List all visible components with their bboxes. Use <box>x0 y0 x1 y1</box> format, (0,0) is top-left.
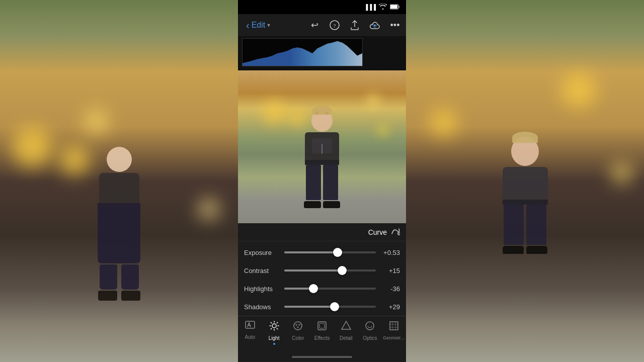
shadows-label: Shadows <box>244 303 280 311</box>
color-icon <box>292 320 303 334</box>
detail-tab-label: Detail <box>340 335 353 341</box>
contrast-row: Contrast +15 <box>244 261 400 280</box>
optics-icon <box>364 320 375 334</box>
light-icon <box>269 320 280 334</box>
center-line <box>322 144 323 154</box>
shadows-track[interactable] <box>284 306 376 308</box>
help-button[interactable]: ? <box>328 18 342 32</box>
shadows-row: Shadows +29 <box>244 298 400 316</box>
color-tab-label: Color <box>292 335 304 341</box>
status-bar: ▐▐▐ <box>238 0 406 14</box>
home-bar <box>292 356 352 358</box>
child-figure-center <box>304 110 340 208</box>
svg-point-16 <box>366 322 374 330</box>
child-figure-left <box>89 147 149 308</box>
svg-point-11 <box>298 324 300 326</box>
back-label: Edit <box>252 21 266 30</box>
tab-optics[interactable]: Optics <box>358 319 382 341</box>
highlights-row: Highlights -36 <box>244 280 400 298</box>
svg-rect-14 <box>319 323 325 328</box>
back-button[interactable]: ‹ Edit ▾ <box>242 20 274 31</box>
battery-icon <box>390 4 400 11</box>
bokeh-right-1 <box>561 72 596 108</box>
svg-rect-1 <box>399 6 400 8</box>
svg-point-12 <box>297 326 299 328</box>
bokeh-light <box>59 145 90 175</box>
child-figure-right <box>490 137 560 308</box>
geometry-icon <box>388 320 399 334</box>
bottom-tabs: Auto Light <box>238 316 406 352</box>
svg-rect-13 <box>318 322 326 330</box>
edit-panel: Curve Exposure +0.53 Contrast <box>238 223 406 362</box>
shadows-thumb[interactable] <box>330 302 339 311</box>
svg-text:?: ? <box>334 23 336 29</box>
bokeh-preview-4 <box>377 124 389 136</box>
contrast-fill <box>284 269 342 272</box>
exposure-label: Exposure <box>244 249 280 256</box>
auto-icon <box>245 320 256 333</box>
phone-container: ▐▐▐ ‹ Edit ▾ ↩ ? <box>238 0 406 362</box>
effects-icon <box>316 320 328 334</box>
back-arrow-icon: ‹ <box>246 20 250 31</box>
toolbar-icons: ↩ ? ••• <box>307 18 402 32</box>
svg-point-8 <box>272 324 276 328</box>
sliders-area: Exposure +0.53 Contrast +15 Highlights <box>238 241 406 316</box>
effects-tab-label: Effects <box>314 335 330 341</box>
optics-tab-label: Optics <box>363 335 377 341</box>
bokeh-preview-3 <box>366 94 381 109</box>
tab-geometry[interactable]: Geometr… <box>382 319 406 340</box>
bokeh-preview-1 <box>263 101 286 124</box>
tab-effects[interactable]: Effects <box>310 319 334 341</box>
edit-chevron-icon: ▾ <box>267 22 270 29</box>
toolbar: ‹ Edit ▾ ↩ ? <box>238 14 406 36</box>
bokeh-right-2 <box>430 109 457 136</box>
undo-button[interactable]: ↩ <box>307 18 321 32</box>
exposure-thumb[interactable] <box>333 248 342 257</box>
right-photo-panel <box>406 0 644 362</box>
highlights-track[interactable] <box>284 288 376 290</box>
bokeh-light <box>84 109 109 134</box>
tab-detail[interactable]: Detail <box>334 319 358 341</box>
signal-icon: ▐▐▐ <box>364 4 376 10</box>
contrast-track[interactable] <box>284 269 376 272</box>
curve-label: Curve <box>368 228 387 236</box>
svg-rect-2 <box>390 5 397 9</box>
curve-row: Curve <box>238 223 406 241</box>
histogram-area <box>238 36 406 70</box>
exposure-track[interactable] <box>284 251 376 253</box>
contrast-label: Contrast <box>244 267 280 275</box>
svg-marker-5 <box>243 41 362 66</box>
tab-color[interactable]: Color <box>286 319 310 341</box>
shadows-value: +29 <box>380 303 400 311</box>
photo-preview <box>238 70 406 223</box>
svg-point-10 <box>295 324 297 326</box>
histogram <box>242 38 363 66</box>
curve-edit-icon[interactable] <box>391 227 400 238</box>
exposure-value: +0.53 <box>380 249 400 256</box>
svg-rect-17 <box>390 322 398 330</box>
highlights-thumb[interactable] <box>309 284 318 293</box>
bokeh-light <box>12 127 52 167</box>
highlights-label: Highlights <box>244 285 280 293</box>
geometry-tab-label: Geometr… <box>383 335 405 340</box>
contrast-value: +15 <box>380 267 400 275</box>
cloud-button[interactable] <box>368 18 382 32</box>
highlights-value: -36 <box>380 285 400 293</box>
detail-icon <box>341 320 352 334</box>
tab-light[interactable]: Light <box>262 319 286 345</box>
bokeh-preview-2 <box>288 109 306 126</box>
wifi-icon <box>379 4 387 11</box>
tab-auto[interactable]: Auto <box>238 319 262 340</box>
more-button[interactable]: ••• <box>388 18 402 32</box>
light-tab-label: Light <box>269 335 280 341</box>
light-tab-dot <box>273 343 275 345</box>
exposure-row: Exposure +0.53 <box>244 243 400 261</box>
svg-marker-15 <box>342 321 351 329</box>
exposure-fill <box>284 251 338 253</box>
home-indicator <box>238 352 406 362</box>
bokeh-light <box>199 199 219 219</box>
share-button[interactable] <box>348 18 362 32</box>
left-photo-panel <box>0 0 238 362</box>
contrast-thumb[interactable] <box>338 266 347 275</box>
shadows-fill <box>284 306 335 308</box>
